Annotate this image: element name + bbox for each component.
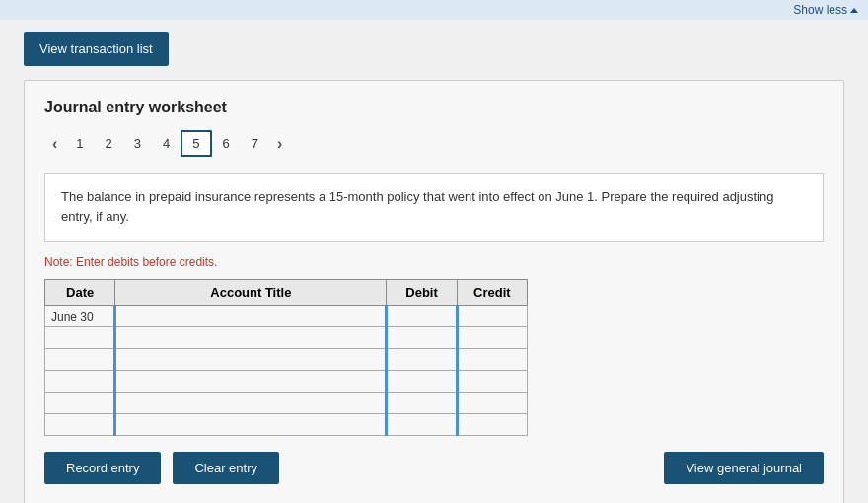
journal-table: Date Account Title Debit Credit June 30 (44, 279, 528, 436)
date-header: Date (45, 280, 115, 306)
credit-input-6[interactable] (463, 418, 523, 432)
record-entry-button[interactable]: Record entry (44, 452, 161, 484)
date-cell-5 (45, 393, 115, 414)
credit-cell-5[interactable] (457, 393, 527, 414)
credit-cell-6[interactable] (457, 414, 527, 436)
page-2-button[interactable]: 2 (95, 131, 123, 156)
view-general-journal-button[interactable]: View general journal (664, 452, 824, 484)
account-cell-3[interactable] (115, 349, 387, 371)
show-less-button[interactable]: Show less (793, 3, 858, 17)
account-cell-5[interactable] (115, 393, 387, 414)
account-input-2[interactable] (120, 331, 381, 345)
account-input-1[interactable] (120, 310, 381, 323)
account-cell-2[interactable] (115, 327, 387, 349)
credit-input-5[interactable] (463, 396, 523, 410)
date-cell-3 (45, 349, 115, 371)
debit-cell-1[interactable] (387, 306, 457, 327)
debit-input-2[interactable] (392, 331, 451, 345)
credit-cell-2[interactable] (457, 327, 527, 349)
debit-input-1[interactable] (392, 310, 451, 323)
debit-input-4[interactable] (392, 375, 451, 389)
account-input-5[interactable] (120, 396, 381, 410)
note-text: Note: Enter debits before credits. (44, 255, 824, 269)
debit-cell-6[interactable] (387, 414, 457, 436)
debit-cell-5[interactable] (387, 393, 457, 414)
table-row: June 30 (45, 306, 528, 327)
account-cell-6[interactable] (115, 414, 387, 436)
credit-cell-3[interactable] (457, 349, 527, 371)
credit-input-3[interactable] (463, 353, 523, 367)
debit-cell-3[interactable] (387, 349, 457, 371)
table-row (45, 327, 528, 349)
debit-input-3[interactable] (392, 353, 451, 367)
show-less-label: Show less (793, 3, 847, 17)
table-row (45, 414, 528, 436)
account-input-4[interactable] (120, 375, 381, 389)
debit-input-5[interactable] (392, 396, 451, 410)
debit-input-6[interactable] (392, 418, 451, 432)
account-cell-4[interactable] (115, 371, 387, 393)
date-cell-6 (45, 414, 115, 436)
view-transaction-button[interactable]: View transaction list (24, 32, 169, 66)
page-1-button[interactable]: 1 (65, 131, 94, 156)
credit-header: Credit (457, 280, 527, 306)
page-3-button[interactable]: 3 (123, 131, 152, 156)
instruction-box: The balance in prepaid insurance represe… (44, 173, 824, 242)
credit-cell-1[interactable] (457, 306, 527, 327)
account-input-3[interactable] (120, 353, 381, 367)
worksheet-title: Journal entry worksheet (44, 99, 824, 116)
table-row (45, 371, 528, 393)
debit-header: Debit (387, 280, 457, 306)
account-input-6[interactable] (120, 418, 381, 432)
date-cell-4 (45, 371, 115, 393)
credit-input-4[interactable] (463, 375, 523, 389)
page-6-button[interactable]: 6 (212, 131, 241, 156)
credit-input-2[interactable] (463, 331, 523, 345)
date-cell-2 (45, 327, 115, 349)
page-7-button[interactable]: 7 (241, 131, 269, 156)
debit-cell-2[interactable] (387, 327, 457, 349)
top-bar: Show less (0, 0, 868, 20)
instruction-text: The balance in prepaid insurance represe… (61, 189, 773, 224)
table-row (45, 349, 528, 371)
clear-entry-button[interactable]: Clear entry (173, 452, 279, 484)
arrow-up-icon (850, 8, 858, 13)
page-5-button[interactable]: 5 (181, 130, 211, 157)
prev-page-button[interactable]: ‹ (44, 131, 65, 157)
buttons-row: Record entry Clear entry View general jo… (44, 452, 824, 484)
credit-cell-4[interactable] (457, 371, 527, 393)
account-cell-1[interactable] (115, 306, 387, 327)
main-area: View transaction list Journal entry work… (0, 20, 868, 503)
next-page-button[interactable]: › (269, 131, 290, 157)
date-cell-1: June 30 (45, 306, 115, 327)
credit-input-1[interactable] (463, 310, 523, 323)
debit-cell-4[interactable] (387, 371, 457, 393)
pagination: ‹ 1 2 3 4 5 6 7 › (44, 130, 824, 157)
table-row (45, 393, 528, 414)
account-title-header: Account Title (115, 280, 387, 306)
page-4-button[interactable]: 4 (152, 131, 181, 156)
worksheet-container: Journal entry worksheet ‹ 1 2 3 4 5 6 7 … (24, 80, 844, 503)
